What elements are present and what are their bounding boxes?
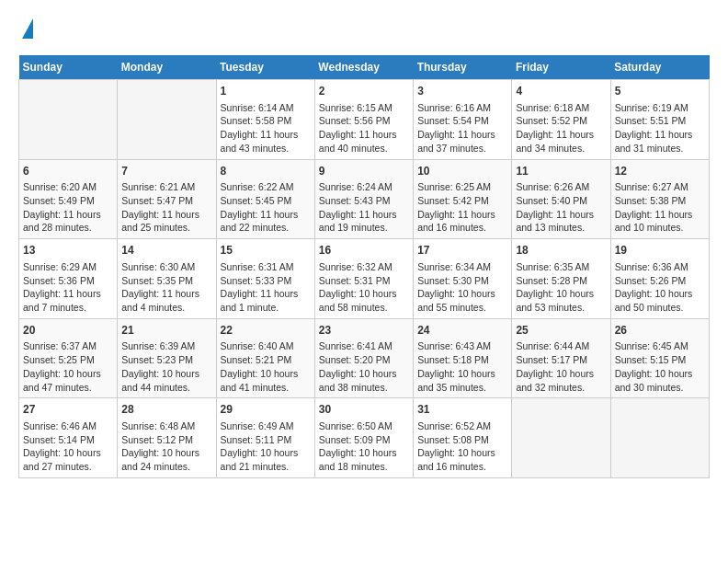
day-info: Sunrise: 6:46 AM Sunset: 5:14 PM Dayligh…: [23, 419, 113, 474]
day-number: 8: [221, 164, 311, 179]
day-info: Sunrise: 6:24 AM Sunset: 5:43 PM Dayligh…: [319, 180, 409, 235]
calendar-cell: 21Sunrise: 6:39 AM Sunset: 5:23 PM Dayli…: [118, 318, 216, 398]
day-info: Sunrise: 6:25 AM Sunset: 5:42 PM Dayligh…: [417, 180, 507, 235]
day-number: 16: [319, 243, 409, 259]
day-number: 15: [221, 243, 311, 259]
day-info: Sunrise: 6:41 AM Sunset: 5:20 PM Dayligh…: [319, 339, 409, 394]
calendar-week-2: 6Sunrise: 6:20 AM Sunset: 5:49 PM Daylig…: [19, 159, 710, 239]
column-header-tuesday: Tuesday: [216, 55, 314, 80]
day-info: Sunrise: 6:37 AM Sunset: 5:25 PM Dayligh…: [23, 339, 113, 394]
calendar-cell: 3Sunrise: 6:16 AM Sunset: 5:54 PM Daylig…: [414, 80, 512, 160]
day-number: 3: [417, 84, 507, 99]
day-info: Sunrise: 6:40 AM Sunset: 5:21 PM Dayligh…: [221, 339, 311, 394]
day-number: 23: [319, 323, 409, 339]
calendar-cell: 4Sunrise: 6:18 AM Sunset: 5:52 PM Daylig…: [512, 80, 610, 160]
calendar-cell: 15Sunrise: 6:31 AM Sunset: 5:33 PM Dayli…: [216, 239, 314, 319]
calendar-cell: 2Sunrise: 6:15 AM Sunset: 5:56 PM Daylig…: [314, 80, 413, 160]
day-number: 11: [516, 164, 606, 179]
calendar-cell: 10Sunrise: 6:25 AM Sunset: 5:42 PM Dayli…: [414, 159, 512, 239]
day-number: 10: [417, 164, 507, 179]
day-number: 22: [221, 323, 311, 339]
calendar-cell: 11Sunrise: 6:26 AM Sunset: 5:40 PM Dayli…: [512, 159, 610, 239]
column-header-sunday: Sunday: [19, 55, 118, 80]
day-number: 13: [23, 243, 113, 259]
calendar-cell: 29Sunrise: 6:49 AM Sunset: 5:11 PM Dayli…: [216, 398, 314, 478]
day-info: Sunrise: 6:50 AM Sunset: 5:09 PM Dayligh…: [319, 419, 409, 474]
day-info: Sunrise: 6:18 AM Sunset: 5:52 PM Dayligh…: [516, 101, 606, 155]
column-header-friday: Friday: [512, 55, 610, 80]
calendar-cell: 30Sunrise: 6:50 AM Sunset: 5:09 PM Dayli…: [314, 398, 413, 478]
calendar-cell: 5Sunrise: 6:19 AM Sunset: 5:51 PM Daylig…: [610, 80, 709, 160]
day-info: Sunrise: 6:48 AM Sunset: 5:12 PM Dayligh…: [121, 419, 211, 474]
column-header-monday: Monday: [118, 55, 216, 80]
calendar-cell: 26Sunrise: 6:45 AM Sunset: 5:15 PM Dayli…: [610, 318, 709, 398]
day-info: Sunrise: 6:27 AM Sunset: 5:38 PM Dayligh…: [615, 180, 705, 235]
day-info: Sunrise: 6:20 AM Sunset: 5:49 PM Dayligh…: [23, 180, 113, 235]
day-number: 25: [516, 323, 606, 339]
calendar-week-3: 13Sunrise: 6:29 AM Sunset: 5:36 PM Dayli…: [19, 239, 710, 319]
day-number: 30: [319, 402, 409, 418]
calendar-week-4: 20Sunrise: 6:37 AM Sunset: 5:25 PM Dayli…: [19, 318, 710, 398]
calendar-cell: 25Sunrise: 6:44 AM Sunset: 5:17 PM Dayli…: [512, 318, 610, 398]
day-info: Sunrise: 6:26 AM Sunset: 5:40 PM Dayligh…: [516, 180, 606, 235]
calendar-week-1: 1Sunrise: 6:14 AM Sunset: 5:58 PM Daylig…: [19, 80, 710, 160]
day-info: Sunrise: 6:44 AM Sunset: 5:17 PM Dayligh…: [516, 339, 606, 394]
day-number: 6: [23, 164, 113, 179]
day-info: Sunrise: 6:39 AM Sunset: 5:23 PM Dayligh…: [121, 339, 211, 394]
logo: [18, 18, 33, 40]
calendar-table: SundayMondayTuesdayWednesdayThursdayFrid…: [18, 55, 710, 478]
day-number: 21: [121, 323, 211, 339]
calendar-cell: 6Sunrise: 6:20 AM Sunset: 5:49 PM Daylig…: [19, 159, 118, 239]
day-number: 1: [221, 84, 311, 99]
calendar-cell: 28Sunrise: 6:48 AM Sunset: 5:12 PM Dayli…: [118, 398, 216, 478]
column-header-wednesday: Wednesday: [314, 55, 413, 80]
day-number: 26: [615, 323, 705, 339]
day-number: 31: [417, 402, 507, 418]
calendar-cell: 27Sunrise: 6:46 AM Sunset: 5:14 PM Dayli…: [19, 398, 118, 478]
calendar-cell: [512, 398, 610, 478]
day-info: Sunrise: 6:29 AM Sunset: 5:36 PM Dayligh…: [23, 260, 113, 315]
day-number: 5: [615, 84, 705, 99]
calendar-cell: [610, 398, 709, 478]
calendar-header-row: SundayMondayTuesdayWednesdayThursdayFrid…: [19, 55, 710, 80]
day-info: Sunrise: 6:32 AM Sunset: 5:31 PM Dayligh…: [319, 260, 409, 315]
day-number: 2: [319, 84, 409, 99]
day-info: Sunrise: 6:52 AM Sunset: 5:08 PM Dayligh…: [417, 419, 507, 474]
day-info: Sunrise: 6:21 AM Sunset: 5:47 PM Dayligh…: [121, 180, 211, 235]
logo-icon: [22, 18, 33, 39]
calendar-cell: [118, 80, 216, 160]
calendar-cell: 17Sunrise: 6:34 AM Sunset: 5:30 PM Dayli…: [414, 239, 512, 319]
day-info: Sunrise: 6:19 AM Sunset: 5:51 PM Dayligh…: [615, 101, 705, 155]
calendar-cell: 19Sunrise: 6:36 AM Sunset: 5:26 PM Dayli…: [610, 239, 709, 319]
day-number: 24: [417, 323, 507, 339]
column-header-saturday: Saturday: [610, 55, 709, 80]
page-header: [18, 18, 710, 40]
calendar-cell: 18Sunrise: 6:35 AM Sunset: 5:28 PM Dayli…: [512, 239, 610, 319]
day-number: 18: [516, 243, 606, 259]
day-number: 7: [121, 164, 211, 179]
day-number: 27: [23, 402, 113, 418]
day-info: Sunrise: 6:34 AM Sunset: 5:30 PM Dayligh…: [417, 260, 507, 315]
calendar-cell: 7Sunrise: 6:21 AM Sunset: 5:47 PM Daylig…: [118, 159, 216, 239]
day-number: 28: [121, 402, 211, 418]
day-info: Sunrise: 6:14 AM Sunset: 5:58 PM Dayligh…: [221, 101, 311, 155]
day-info: Sunrise: 6:15 AM Sunset: 5:56 PM Dayligh…: [319, 101, 409, 155]
day-number: 29: [221, 402, 311, 418]
calendar-cell: 23Sunrise: 6:41 AM Sunset: 5:20 PM Dayli…: [314, 318, 413, 398]
day-info: Sunrise: 6:49 AM Sunset: 5:11 PM Dayligh…: [221, 419, 311, 474]
calendar-cell: 9Sunrise: 6:24 AM Sunset: 5:43 PM Daylig…: [314, 159, 413, 239]
calendar-cell: 12Sunrise: 6:27 AM Sunset: 5:38 PM Dayli…: [610, 159, 709, 239]
day-info: Sunrise: 6:36 AM Sunset: 5:26 PM Dayligh…: [615, 260, 705, 315]
calendar-cell: 24Sunrise: 6:43 AM Sunset: 5:18 PM Dayli…: [414, 318, 512, 398]
column-header-thursday: Thursday: [414, 55, 512, 80]
day-number: 14: [121, 243, 211, 259]
day-info: Sunrise: 6:16 AM Sunset: 5:54 PM Dayligh…: [417, 101, 507, 155]
day-number: 20: [23, 323, 113, 339]
calendar-cell: 8Sunrise: 6:22 AM Sunset: 5:45 PM Daylig…: [216, 159, 314, 239]
day-number: 12: [615, 164, 705, 179]
calendar-week-5: 27Sunrise: 6:46 AM Sunset: 5:14 PM Dayli…: [19, 398, 710, 478]
day-number: 9: [319, 164, 409, 179]
calendar-cell: 31Sunrise: 6:52 AM Sunset: 5:08 PM Dayli…: [414, 398, 512, 478]
calendar-cell: 14Sunrise: 6:30 AM Sunset: 5:35 PM Dayli…: [118, 239, 216, 319]
day-info: Sunrise: 6:43 AM Sunset: 5:18 PM Dayligh…: [417, 339, 507, 394]
